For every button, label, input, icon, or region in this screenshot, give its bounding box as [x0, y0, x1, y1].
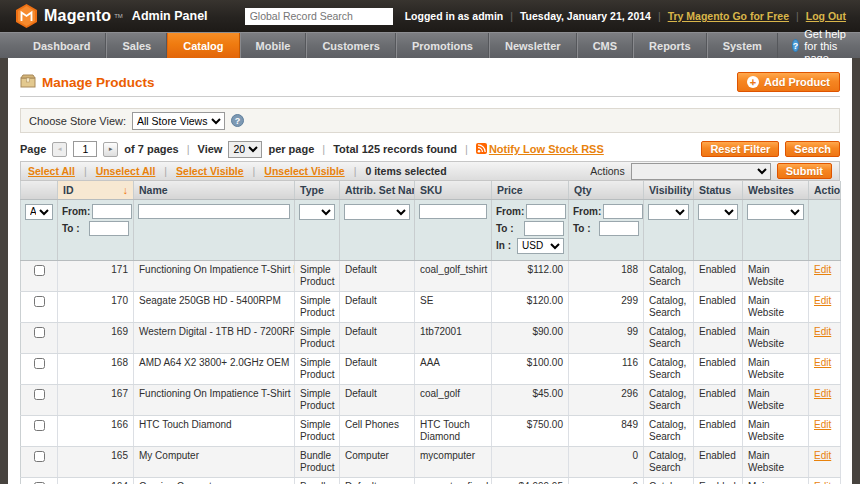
column-header-attrib-set[interactable]: Attrib. Set Name	[340, 181, 415, 199]
select-all-link[interactable]: Select All	[28, 165, 75, 177]
table-row[interactable]: 167 Functioning On Impatience T-Shirt Si…	[21, 384, 841, 415]
edit-link[interactable]: Edit	[814, 326, 831, 337]
filter-id-from-input[interactable]	[92, 204, 132, 219]
edit-link[interactable]: Edit	[814, 264, 831, 275]
sort-desc-icon: ↓	[123, 184, 128, 196]
logged-in-text: Logged in as admin	[405, 10, 504, 22]
filter-sku-input[interactable]	[419, 204, 487, 219]
nav-item-catalog[interactable]: Catalog	[167, 33, 239, 58]
cell-status: Enabled	[694, 415, 743, 446]
cell-id: 165	[58, 446, 134, 477]
nav-item-customers[interactable]: Customers	[306, 33, 395, 58]
row-checkbox[interactable]	[34, 265, 45, 276]
grid-pager-bar: Page ◄ ► of 7 pages | View 20 per page |…	[20, 139, 840, 159]
filter-any-select[interactable]: Any	[25, 204, 53, 220]
table-row[interactable]: 171 Functioning On Impatience T-Shirt Ne…	[21, 260, 841, 291]
magento-go-link[interactable]: Try Magento Go for Free	[668, 10, 789, 22]
table-row[interactable]: 166 HTC Touch Diamond Simple Product Cel…	[21, 415, 841, 446]
table-row[interactable]: 164 Gaming Computer Bundle Product Defau…	[21, 477, 841, 484]
column-header-status[interactable]: Status	[694, 181, 743, 199]
nav-item-dashboard[interactable]: Dashboard	[18, 33, 106, 58]
unselect-all-link[interactable]: Unselect All	[96, 165, 156, 177]
global-search-input[interactable]	[245, 8, 393, 25]
cell-attrib-set: Default	[340, 477, 415, 484]
column-header-name[interactable]: Name	[134, 181, 295, 199]
edit-link[interactable]: Edit	[814, 450, 831, 461]
cell-checkbox	[21, 291, 58, 322]
cell-id: 167	[58, 384, 134, 415]
cell-attrib-set: Default	[340, 291, 415, 322]
magento-logo[interactable]: Magento TM Admin Panel	[16, 4, 208, 28]
row-checkbox[interactable]	[34, 451, 45, 462]
column-header-sku[interactable]: SKU	[415, 181, 492, 199]
cell-status: Enabled	[694, 477, 743, 484]
filter-price-from-input[interactable]	[526, 204, 566, 219]
reset-filter-button[interactable]: Reset Filter	[701, 141, 779, 157]
submit-button[interactable]: Submit	[777, 163, 832, 179]
column-header-type[interactable]: Type	[295, 181, 340, 199]
cell-name: HTC Touch Diamond	[134, 415, 295, 446]
edit-link[interactable]: Edit	[814, 481, 831, 484]
edit-link[interactable]: Edit	[814, 419, 831, 430]
filter-visibility-select[interactable]	[648, 204, 689, 220]
column-header-id[interactable]: ID ↓	[58, 181, 134, 199]
search-button[interactable]: Search	[785, 141, 840, 157]
store-view-select[interactable]: All Store Views	[132, 112, 225, 130]
nav-item-sales[interactable]: Sales	[106, 33, 167, 58]
cell-sku: HTC Touch Diamond	[415, 415, 492, 446]
row-checkbox[interactable]	[34, 327, 45, 338]
edit-link[interactable]: Edit	[814, 388, 831, 399]
filter-qty-from-input[interactable]	[603, 204, 643, 219]
unselect-visible-link[interactable]: Unselect Visible	[264, 165, 344, 177]
cell-sku: mycomputer	[415, 446, 492, 477]
cell-status: Enabled	[694, 384, 743, 415]
column-header-visibility[interactable]: Visibility	[644, 181, 694, 199]
row-checkbox[interactable]	[34, 389, 45, 400]
row-checkbox[interactable]	[34, 296, 45, 307]
page-label: Page	[20, 143, 46, 155]
table-row[interactable]: 169 Western Digital - 1TB HD - 7200RPM S…	[21, 322, 841, 353]
column-header-price[interactable]: Price	[492, 181, 569, 199]
row-checkbox[interactable]	[34, 420, 45, 431]
filter-attrib-set-select[interactable]	[344, 204, 410, 220]
title-divider	[20, 96, 840, 97]
page-help-link[interactable]: ? Get help for this page	[778, 33, 860, 58]
add-product-button[interactable]: + Add Product	[737, 72, 840, 92]
products-grid: ID ↓ Name Type Attrib. Set Name SKU Pric…	[20, 181, 841, 484]
table-row[interactable]: 170 Seagate 250GB HD - 5400RPM Simple Pr…	[21, 291, 841, 322]
nav-item-newsletter[interactable]: Newsletter	[489, 33, 577, 58]
plus-icon: +	[747, 76, 759, 88]
cell-id: 171	[58, 260, 134, 291]
cell-attrib-set: Cell Phones	[340, 415, 415, 446]
row-checkbox[interactable]	[34, 358, 45, 369]
logout-link[interactable]: Log Out	[806, 10, 846, 22]
column-header-qty[interactable]: Qty	[569, 181, 644, 199]
table-row[interactable]: 168 AMD A64 X2 3800+ 2.0GHz OEM Simple P…	[21, 353, 841, 384]
edit-link[interactable]: Edit	[814, 357, 831, 368]
filter-price-to-input[interactable]	[524, 221, 564, 236]
filter-type-select[interactable]	[299, 204, 335, 220]
nav-item-promotions[interactable]: Promotions	[396, 33, 489, 58]
filter-status-select[interactable]	[698, 204, 738, 220]
filter-name-input[interactable]	[138, 204, 290, 219]
cell-price: $100.00	[492, 353, 569, 384]
store-view-help-icon[interactable]: ?	[231, 114, 244, 127]
per-page-select[interactable]: 20	[228, 141, 262, 158]
select-visible-link[interactable]: Select Visible	[176, 165, 244, 177]
nav-item-system[interactable]: System	[707, 33, 778, 58]
cell-attrib-set: Default	[340, 260, 415, 291]
filter-qty-to-input[interactable]	[599, 221, 639, 236]
filter-currency-select[interactable]: USD	[517, 238, 564, 254]
nav-item-cms[interactable]: CMS	[577, 33, 633, 58]
low-stock-rss-link[interactable]: Notify Low Stock RSS	[476, 143, 604, 155]
table-row[interactable]: 165 My Computer Bundle Product Computer …	[21, 446, 841, 477]
next-page-button[interactable]: ►	[103, 142, 118, 157]
filter-id-to-input[interactable]	[89, 221, 129, 236]
nav-item-reports[interactable]: Reports	[633, 33, 707, 58]
filter-websites-select[interactable]	[747, 204, 804, 220]
edit-link[interactable]: Edit	[814, 295, 831, 306]
actions-select[interactable]	[631, 163, 771, 180]
column-header-websites[interactable]: Websites	[743, 181, 809, 199]
nav-item-mobile[interactable]: Mobile	[240, 33, 307, 58]
page-number-input[interactable]	[73, 141, 97, 157]
